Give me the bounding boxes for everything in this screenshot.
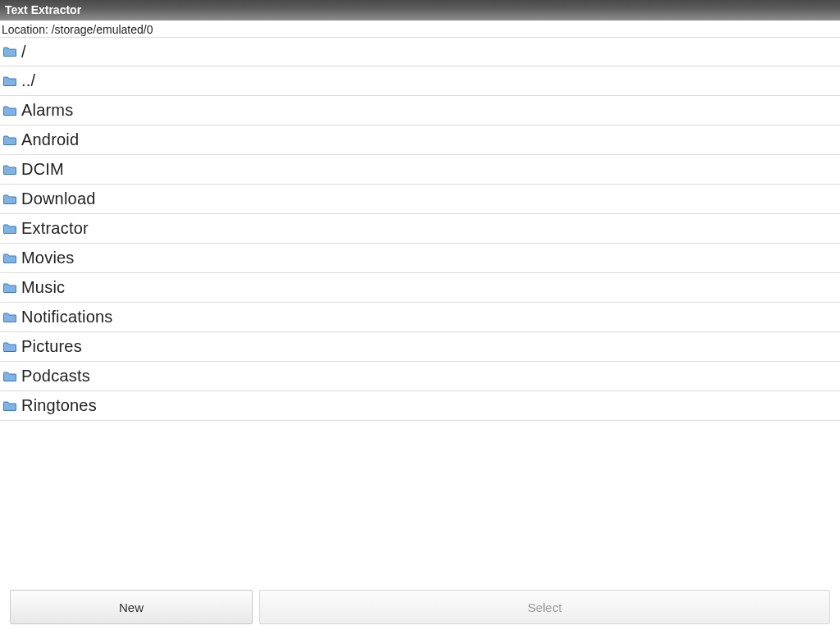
folder-icon — [3, 76, 16, 86]
folder-row[interactable]: Podcasts — [0, 362, 840, 391]
folder-row[interactable]: Download — [0, 185, 840, 214]
folder-label: DCIM — [21, 160, 64, 179]
bottom-bar: New Select — [0, 587, 840, 630]
folder-icon — [3, 253, 16, 263]
folder-row[interactable]: ../ — [0, 66, 840, 96]
folder-icon — [3, 313, 16, 322]
folder-label: Notifications — [21, 308, 113, 326]
folder-row[interactable]: DCIM — [0, 155, 840, 185]
folder-row[interactable]: Android — [0, 126, 840, 155]
folder-label: ../ — [21, 71, 35, 90]
folder-icon — [3, 283, 16, 293]
folder-row[interactable]: Music — [0, 273, 840, 303]
folder-row[interactable]: Pictures — [0, 332, 840, 362]
location-bar: Location: /storage/emulated/0 — [0, 21, 840, 37]
folder-label: / — [21, 43, 26, 62]
folder-row[interactable]: Alarms — [0, 96, 840, 126]
folder-label: Download — [21, 189, 96, 208]
folder-row[interactable]: Extractor — [0, 214, 840, 244]
folder-icon — [3, 401, 16, 411]
select-button-label: Select — [527, 600, 562, 614]
folder-label: Pictures — [21, 337, 82, 356]
select-button[interactable]: Select — [259, 590, 830, 624]
folder-icon — [3, 224, 16, 234]
folder-icon — [3, 135, 16, 145]
folder-list: / ../ Alarms Android DCIM Download Extra… — [0, 37, 840, 421]
folder-row[interactable]: Notifications — [0, 303, 840, 332]
folder-icon — [3, 342, 16, 352]
folder-label: Android — [21, 130, 79, 149]
folder-label: Ringtones — [21, 396, 97, 415]
folder-label: Alarms — [21, 101, 73, 120]
folder-label: Extractor — [21, 219, 89, 238]
new-button[interactable]: New — [10, 590, 253, 624]
folder-label: Movies — [21, 249, 75, 267]
folder-row[interactable]: / — [0, 37, 840, 66]
folder-row[interactable]: Ringtones — [0, 391, 840, 421]
folder-row[interactable]: Movies — [0, 244, 840, 273]
location-prefix: Location: — [2, 23, 52, 36]
folder-icon — [3, 106, 16, 116]
title-bar: Text Extractor — [0, 0, 840, 21]
folder-icon — [3, 165, 16, 175]
app-title: Text Extractor — [5, 3, 81, 16]
folder-icon — [3, 372, 16, 381]
folder-icon — [3, 47, 16, 57]
location-path: /storage/emulated/0 — [52, 23, 153, 36]
folder-icon — [3, 194, 16, 204]
new-button-label: New — [119, 600, 144, 614]
folder-label: Music — [21, 278, 65, 297]
folder-label: Podcasts — [21, 367, 90, 386]
